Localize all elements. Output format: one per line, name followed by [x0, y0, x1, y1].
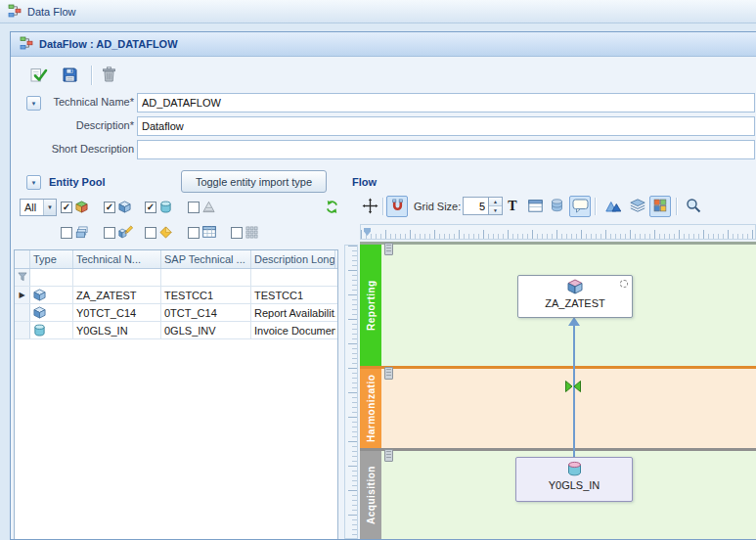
filter-funnel-icon — [18, 272, 27, 284]
node-y0gls-in[interactable]: Y0GLS_IN — [515, 457, 633, 502]
cube-pencil-checkbox[interactable] — [104, 227, 115, 239]
chevron-down-icon: ▼ — [31, 180, 37, 186]
cell-sap-technical-name[interactable]: TESTCC1 — [161, 287, 251, 303]
column-header-type[interactable]: Type — [30, 250, 73, 268]
dataflow-icon — [20, 36, 33, 52]
filter-aggregation — [188, 200, 215, 215]
color-grid-icon — [653, 199, 667, 214]
aggregation-pyramid-icon — [202, 201, 215, 215]
filter-cube-blue: ✓ — [104, 200, 131, 215]
snap-to-grid-button[interactable] — [386, 196, 408, 217]
entity-pool-collapse-button[interactable]: ▼ — [26, 175, 41, 190]
save-icon — [62, 67, 78, 85]
column-header-sap-technical-name[interactable]: SAP Technical ... — [161, 250, 251, 268]
cell-technical-name[interactable]: ZA_ZATEST — [73, 287, 161, 303]
text-tool-button[interactable]: T — [502, 196, 523, 217]
current-row-marker: ▶ — [15, 287, 30, 303]
lane-grip-icon[interactable] — [384, 243, 393, 255]
database-view-button[interactable] — [546, 196, 567, 217]
cell-technical-name[interactable]: Y0GLS_IN — [73, 322, 161, 338]
grid-size-down-button[interactable]: ▼ — [489, 205, 502, 214]
diamond-checkbox[interactable] — [145, 227, 156, 239]
technical-name-input[interactable] — [137, 93, 755, 112]
filter-row-indicator[interactable] — [15, 269, 30, 286]
layered-sheets-checkbox[interactable] — [61, 227, 72, 239]
table-row[interactable]: Y0GLS_IN 0GLS_INV Invoice Documents — [15, 322, 337, 339]
infocube-icon — [30, 304, 73, 321]
datastore-cylinder-icon — [159, 201, 172, 215]
magnet-icon — [390, 199, 405, 215]
datasource-icon — [30, 322, 73, 338]
aggregation-checkbox[interactable] — [188, 202, 200, 213]
node-label: Y0GLS_IN — [549, 479, 600, 491]
infocube-icon — [567, 279, 583, 296]
layout-peaks-button[interactable] — [602, 196, 624, 217]
table-row[interactable]: ▶ ZA_ZATEST TESTCC1 TESTCC1 — [15, 287, 337, 304]
grid-size-input[interactable] — [463, 197, 489, 215]
column-header-technical-name[interactable]: Technical N... — [73, 250, 161, 268]
show-window-button[interactable] — [524, 196, 546, 217]
filter-cell-technical-name[interactable] — [73, 269, 161, 286]
lane-acquisition-label: Acquisition — [360, 451, 381, 539]
cube-multicolor-checkbox[interactable]: ✓ — [61, 202, 72, 213]
dropdown-arrow-icon: ▼ — [43, 200, 56, 215]
short-description-input[interactable] — [137, 140, 755, 159]
lane-grip-icon[interactable] — [384, 449, 393, 462]
infocube-icon — [30, 287, 73, 303]
save-button[interactable] — [58, 64, 81, 87]
table-filter-row — [15, 269, 337, 287]
filter-cube-multicolor: ✓ — [61, 200, 88, 215]
filter-cell-sap-technical-name[interactable] — [161, 269, 251, 286]
layers-stack-button[interactable] — [627, 196, 648, 217]
comments-button[interactable] — [569, 196, 591, 217]
panel-title: DataFlow : AD_DATAFLOW — [39, 38, 178, 50]
delete-button[interactable] — [97, 64, 120, 87]
pointer-position-button[interactable] — [359, 196, 380, 217]
description-input[interactable] — [137, 116, 755, 136]
flow-toolbar-separator — [595, 198, 596, 215]
filter-cube-pencil — [104, 225, 133, 241]
flow-canvas[interactable]: Reporting Harmonizatio Acquisition — [360, 242, 756, 539]
layers-stack-icon — [630, 199, 645, 214]
color-grid-button[interactable] — [649, 196, 671, 217]
text-tool-icon: T — [508, 199, 516, 214]
column-header-description-long[interactable]: Description Long — [251, 250, 335, 268]
speech-bubble-icon — [572, 199, 589, 215]
cube-blue-checkbox[interactable]: ✓ — [104, 202, 115, 213]
check-icon — [29, 67, 48, 85]
cell-sap-technical-name[interactable]: 0GLS_INV — [161, 322, 251, 338]
status-dotted-circle-icon — [620, 280, 628, 288]
zoom-button[interactable] — [683, 196, 704, 217]
refresh-button[interactable] — [320, 196, 343, 219]
filter-cell-description-long[interactable] — [251, 269, 335, 286]
cell-description-long[interactable]: Invoice Documents — [251, 322, 335, 338]
cell-technical-name[interactable]: Y0TCT_C14 — [73, 304, 161, 321]
lane-grip-icon[interactable] — [384, 367, 393, 380]
cell-description-long[interactable]: TESTCC1 — [251, 287, 335, 303]
node-za-zatest[interactable]: ZA_ZATEST — [517, 275, 633, 318]
cell-sap-technical-name[interactable]: 0TCT_C14 — [161, 304, 251, 321]
matrix-checkbox[interactable] — [231, 227, 243, 239]
filter-cell-type[interactable] — [30, 269, 73, 286]
filter-datastore: ✓ — [145, 200, 172, 215]
grid-size-up-button[interactable]: ▲ — [489, 198, 502, 205]
toggle-entity-import-button[interactable]: Toggle entity import type — [181, 170, 327, 193]
node-label: ZA_ZATEST — [545, 297, 605, 309]
horizontal-ruler — [360, 224, 756, 240]
ruler-marker-icon — [364, 228, 371, 236]
entity-table: Type Technical N... SAP Technical ... De… — [14, 249, 338, 539]
filter-matrix — [231, 225, 258, 241]
flow-toolbar-separator — [382, 198, 383, 215]
cube-multicolor-icon — [75, 201, 88, 215]
table-checkbox[interactable] — [188, 227, 200, 239]
form-collapse-button[interactable]: ▼ — [26, 96, 41, 111]
lane-harmonization: Harmonizatio — [360, 366, 756, 448]
dataflow-panel: DataFlow : AD_DATAFLOW — [10, 31, 756, 540]
activate-button[interactable] — [26, 64, 50, 87]
layered-sheets-icon — [75, 226, 89, 241]
datastore-checkbox[interactable]: ✓ — [145, 202, 156, 213]
cell-description-long[interactable]: Report Availabilit... — [251, 304, 335, 321]
table-row[interactable]: Y0TCT_C14 0TCT_C14 Report Availabilit... — [15, 304, 337, 322]
entity-type-filter[interactable]: All ▼ — [20, 199, 57, 216]
transformation-bowtie-icon[interactable] — [564, 380, 582, 395]
